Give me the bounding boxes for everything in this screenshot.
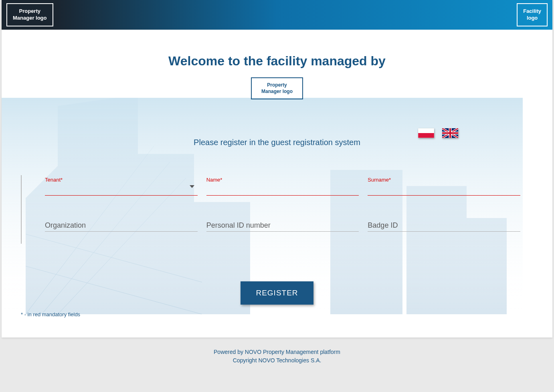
personal-id-input[interactable]	[206, 220, 359, 232]
name-label: Name*	[206, 177, 359, 183]
tenant-select[interactable]	[45, 184, 198, 196]
surname-label: Surname*	[368, 177, 520, 183]
name-field: Name*	[206, 177, 359, 196]
language-selector	[418, 128, 458, 138]
surname-input[interactable]	[368, 184, 520, 196]
tenant-label: Tenant*	[45, 177, 198, 183]
logo-text-line2: Manager logo	[13, 15, 47, 22]
badge-id-field	[368, 220, 520, 232]
logo-text-line2: logo	[523, 15, 541, 22]
footer-line2: Copyright NOVO Technologies S.A.	[0, 356, 554, 365]
flag-poland-icon[interactable]	[418, 128, 434, 138]
logo-text-line1: Property	[13, 8, 47, 15]
register-button[interactable]: REGISTER	[241, 281, 313, 305]
header-bar: Property Manager logo Facility logo	[2, 0, 552, 30]
personal-id-field	[206, 220, 359, 232]
organization-input[interactable]	[45, 220, 198, 232]
page-footer: Powered by NOVO Property Management plat…	[0, 337, 554, 365]
facility-logo-header: Facility logo	[517, 3, 548, 26]
property-manager-logo-header: Property Manager logo	[6, 3, 53, 26]
badge-id-input[interactable]	[368, 220, 520, 232]
footer-line1: Powered by NOVO Property Management plat…	[0, 348, 554, 356]
svg-rect-14	[418, 133, 434, 138]
registration-subtitle: Please register in the guest registratio…	[2, 138, 552, 147]
flag-uk-icon[interactable]	[442, 128, 458, 138]
mandatory-fields-note: * - in red mandatory fields	[21, 311, 80, 317]
svg-rect-13	[418, 128, 434, 133]
property-manager-logo-center: Property Manager logo	[251, 77, 303, 99]
logo-text-line1: Property	[255, 82, 299, 89]
welcome-title: Welcome to the facility managed by	[2, 54, 552, 69]
organization-field	[45, 220, 198, 232]
surname-field: Surname*	[368, 177, 520, 196]
logo-text-line1: Facility	[523, 8, 541, 15]
tenant-field: Tenant*	[45, 177, 198, 196]
logo-text-line2: Manager logo	[255, 89, 299, 95]
name-input[interactable]	[206, 184, 359, 196]
registration-form: Tenant* Name* Surname*	[21, 175, 520, 244]
